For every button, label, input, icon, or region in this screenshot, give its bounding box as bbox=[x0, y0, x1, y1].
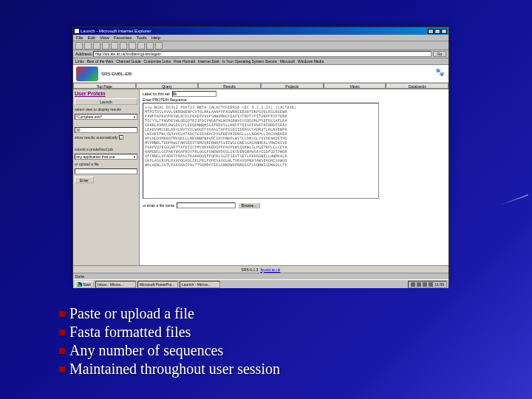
ie-icon bbox=[75, 29, 79, 33]
browse-button[interactable]: Browse... bbox=[238, 202, 260, 208]
tab-results[interactable]: Results bbox=[198, 83, 261, 89]
home-button[interactable] bbox=[111, 42, 118, 50]
task-item[interactable]: Microsoft PowerPoi... bbox=[137, 281, 178, 288]
tab-projects[interactable]: Projects bbox=[261, 83, 324, 89]
tray-icon[interactable] bbox=[417, 282, 421, 287]
tab-query[interactable]: Query bbox=[136, 83, 199, 89]
titlebar: Launch - Microsoft Internet Explorer _ □… bbox=[73, 27, 449, 35]
bullet-icon bbox=[59, 311, 65, 317]
view-select-value: *Complete entr* bbox=[76, 115, 102, 119]
refresh-button[interactable] bbox=[102, 42, 109, 50]
chevron-down-icon: ▼ bbox=[133, 154, 136, 159]
start-button[interactable]: Start bbox=[75, 281, 94, 288]
main-area: User Protein Launch select view to displ… bbox=[73, 89, 449, 265]
chevron-down-icon: ▼ bbox=[133, 115, 136, 119]
task-item[interactable]: Inbox - Micros... bbox=[95, 281, 136, 288]
forward-button[interactable] bbox=[84, 42, 92, 50]
nav-tabs: Top Page Query Results Projects Views Da… bbox=[73, 83, 449, 89]
tray-icon[interactable] bbox=[423, 282, 427, 287]
menu-favorites[interactable]: Favorites bbox=[114, 35, 132, 40]
job-select-value: any application that use bbox=[76, 154, 115, 159]
srs-logo bbox=[76, 66, 98, 81]
paw-icon: 🐾 bbox=[435, 68, 444, 77]
minimize-button[interactable]: _ bbox=[428, 29, 434, 34]
links-label: Links bbox=[75, 59, 84, 64]
close-button[interactable]: × bbox=[441, 29, 447, 34]
system-tray: 11:55 bbox=[408, 281, 447, 288]
file-label: or enter a file name bbox=[143, 203, 174, 208]
seq-title: Enter PROTEIN Sequence bbox=[143, 98, 446, 102]
link-item[interactable]: Customize Links bbox=[144, 59, 171, 64]
version-text: SRS 6.1.3 bbox=[242, 267, 259, 272]
link-item[interactable]: Windows Media bbox=[298, 59, 324, 64]
search-button[interactable] bbox=[120, 42, 127, 50]
tab-top[interactable]: Top Page bbox=[73, 83, 136, 89]
launch-button[interactable]: Launch bbox=[75, 98, 137, 105]
link-item[interactable]: Is Your Operating System Secure bbox=[222, 59, 277, 64]
maximize-button[interactable]: □ bbox=[434, 29, 440, 34]
browser-window: Launch - Microsoft Internet Explorer _ □… bbox=[72, 27, 449, 285]
label-prefix: Label for this set bbox=[143, 92, 170, 96]
show-results-row: show results automatically ✓ bbox=[75, 135, 137, 140]
favorites-button[interactable] bbox=[129, 42, 136, 50]
menu-help[interactable]: Help bbox=[151, 35, 160, 40]
address-label: Address bbox=[75, 52, 92, 56]
mail-button[interactable] bbox=[146, 42, 154, 50]
job-select[interactable]: any application that use ▼ bbox=[75, 154, 137, 160]
tab-databanks[interactable]: Databanks bbox=[386, 83, 449, 89]
menu-file[interactable]: File bbox=[76, 35, 83, 40]
toolbar bbox=[73, 41, 449, 50]
bullet-icon bbox=[59, 348, 65, 354]
upload-field[interactable] bbox=[75, 168, 137, 174]
bullet-text: Paste or upload a file bbox=[69, 304, 194, 323]
left-panel: User Protein Launch select view to displ… bbox=[73, 89, 140, 265]
display-text: select view to display results bbox=[75, 107, 137, 112]
sequence-textarea[interactable]: >sw:BGAL_ECOLI P00722 BETA-GALACTOSIDASE… bbox=[143, 103, 379, 199]
menu-edit[interactable]: Edit bbox=[88, 35, 95, 40]
taskbar: Start Inbox - Micros... Microsoft PowerP… bbox=[73, 279, 449, 288]
status-text: Done bbox=[75, 274, 84, 279]
link-item[interactable]: Channel Guide bbox=[116, 59, 140, 64]
link-item[interactable]: Internet Start bbox=[198, 59, 219, 64]
enter-button[interactable]: Enter bbox=[75, 177, 94, 183]
clock: 11:55 bbox=[434, 282, 444, 287]
decorative-light bbox=[492, 185, 529, 222]
menu-tools[interactable]: Tools bbox=[137, 35, 147, 40]
task-item[interactable]: Launch - Micros... bbox=[180, 281, 220, 288]
window-title: Launch - Microsoft Internet Explorer bbox=[81, 29, 151, 33]
file-input[interactable] bbox=[177, 202, 236, 208]
tab-views[interactable]: Views bbox=[324, 83, 386, 89]
bullet-text: Fasta formatted files bbox=[69, 323, 191, 341]
tray-icon[interactable] bbox=[429, 282, 433, 287]
link-item[interactable]: Best of the Web bbox=[87, 59, 113, 64]
stop-button[interactable] bbox=[93, 42, 100, 50]
tray-icon[interactable] bbox=[411, 282, 415, 287]
bullet-list: Paste or upload a file Fasta formatted f… bbox=[59, 304, 280, 378]
bullet-text: Any number of sequences bbox=[69, 341, 223, 360]
bullet-icon bbox=[59, 366, 65, 372]
link-item[interactable]: Microsoft bbox=[280, 59, 295, 64]
show-results-label: show results automatically bbox=[75, 135, 117, 140]
menu-view[interactable]: View bbox=[100, 35, 109, 40]
start-label: Start bbox=[83, 282, 91, 287]
show-results-checkbox[interactable]: ✓ bbox=[119, 135, 123, 140]
back-button[interactable] bbox=[75, 42, 83, 50]
site-banner: SRS EMBL-EBI 🐾 bbox=[73, 65, 449, 83]
go-button[interactable]: Go bbox=[433, 51, 446, 57]
link-item[interactable]: Free Hotmail bbox=[174, 59, 195, 64]
count-field[interactable]: 30 bbox=[75, 127, 137, 133]
upload-label: or upload a file bbox=[75, 162, 137, 166]
footer-link[interactable]: ftp.ebi.ac.uk bbox=[260, 267, 280, 272]
menubar: File Edit View Favorites Tools Help bbox=[73, 35, 449, 41]
set-label-input[interactable]: Bk bbox=[172, 91, 216, 97]
history-button[interactable] bbox=[137, 42, 145, 50]
bullet-icon bbox=[59, 330, 65, 335]
view-select[interactable]: *Complete entr* ▼ bbox=[75, 114, 137, 120]
address-input[interactable]: http://srs.ebi.ac.uk/srs6bin/cgi-bin/wge… bbox=[93, 51, 432, 57]
right-panel: Label for this set Bk Enter PROTEIN Sequ… bbox=[140, 89, 449, 265]
status-bar: Done bbox=[73, 273, 449, 279]
links-bar: Links Best of the Web Channel Guide Cust… bbox=[73, 58, 449, 65]
print-button[interactable] bbox=[155, 42, 163, 50]
page-footer: SRS 6.1.3 ftp.ebi.ac.uk bbox=[73, 265, 449, 273]
windows-icon bbox=[78, 282, 82, 287]
